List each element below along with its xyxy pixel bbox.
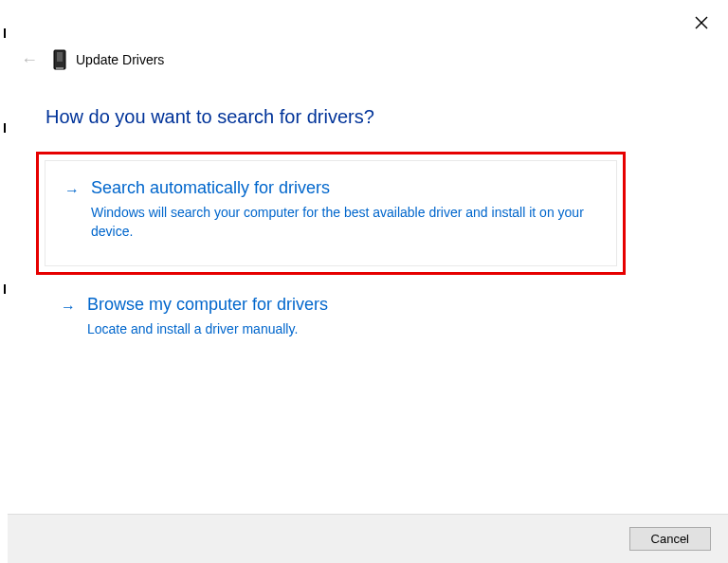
option-description: Locate and install a driver manually. <box>87 320 607 339</box>
svg-rect-4 <box>56 67 64 69</box>
option-description: Windows will search your computer for th… <box>91 204 597 241</box>
decoration-marks <box>4 0 6 531</box>
arrow-right-icon: → <box>64 182 80 199</box>
option-search-automatically[interactable]: → Search automatically for drivers Windo… <box>45 160 617 266</box>
option-browse-computer[interactable]: → Browse my computer for drivers Locate … <box>36 293 626 356</box>
arrow-right-icon: → <box>61 299 76 316</box>
option-title: Browse my computer for drivers <box>87 295 607 315</box>
svg-rect-3 <box>57 52 63 62</box>
header: ← Update Drivers <box>21 49 164 70</box>
cancel-button[interactable]: Cancel <box>629 527 711 551</box>
close-button[interactable] <box>692 13 711 32</box>
close-icon <box>695 16 708 29</box>
back-arrow-icon[interactable]: ← <box>21 50 38 70</box>
option-body: Browse my computer for drivers Locate an… <box>87 295 607 339</box>
options-list: → Search automatically for drivers Windo… <box>36 152 626 356</box>
highlighted-option-frame: → Search automatically for drivers Windo… <box>36 152 626 275</box>
device-icon <box>53 49 66 70</box>
page-heading: How do you want to search for drivers? <box>46 106 374 128</box>
footer: Cancel <box>8 514 728 563</box>
option-body: Search automatically for drivers Windows… <box>91 178 597 241</box>
window-title: Update Drivers <box>76 52 164 67</box>
option-title: Search automatically for drivers <box>91 178 597 198</box>
